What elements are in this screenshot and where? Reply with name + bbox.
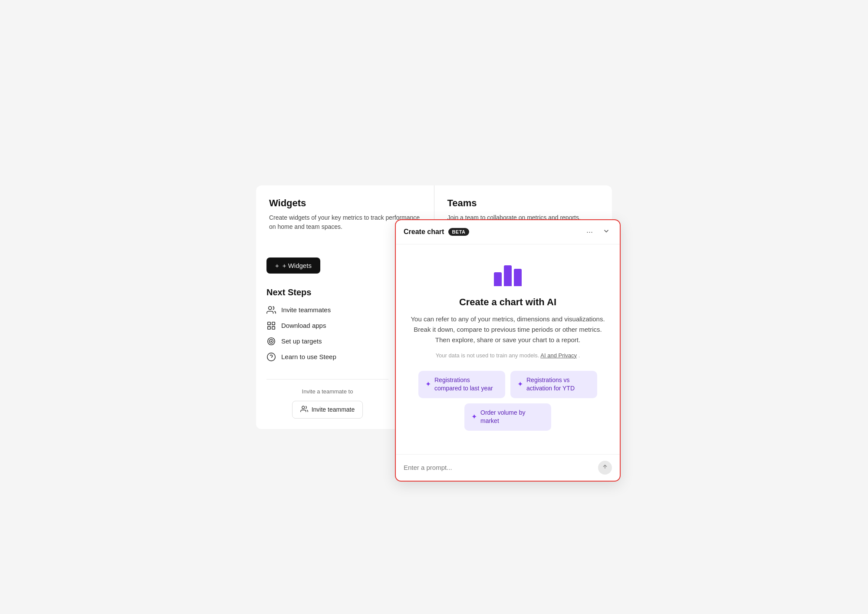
modal-title: Create chart: [404, 228, 444, 236]
svg-rect-2: [272, 322, 275, 324]
bar-right: [514, 269, 522, 286]
list-item-label: Download apps: [281, 322, 326, 329]
modal-body: Create a chart with AI You can refer to …: [396, 244, 620, 454]
invite-section: Invite a teammate to Invite teammate: [266, 379, 388, 419]
modal-header-left: Create chart BETA: [404, 228, 469, 236]
bottom-section: + + Widgets Next Steps: [256, 245, 612, 429]
svg-rect-1: [268, 322, 270, 324]
ellipsis-icon: ···: [586, 228, 593, 237]
chip-3[interactable]: ✦ Order volume by market: [464, 403, 551, 431]
plus-icon: +: [275, 262, 279, 269]
svg-point-10: [302, 406, 304, 409]
list-item-label: Learn to use Steep: [281, 353, 336, 360]
list-item[interactable]: Download apps: [266, 321, 388, 330]
modal-header-right: ···: [585, 226, 612, 238]
more-options-button[interactable]: ···: [585, 227, 595, 238]
svg-rect-4: [272, 326, 275, 329]
widgets-card-title: Widgets: [269, 198, 421, 209]
svg-point-8: [267, 353, 275, 360]
next-steps-title: Next Steps: [266, 287, 388, 297]
list-item[interactable]: Invite teammates: [266, 305, 388, 315]
svg-point-0: [269, 306, 272, 309]
next-steps-section: Next Steps Invite teammates: [266, 287, 388, 362]
people-icon: [266, 305, 276, 315]
privacy-note: Your data is not used to train any model…: [409, 352, 607, 359]
prompt-input-row: [396, 454, 620, 481]
beta-badge: BETA: [448, 228, 469, 236]
create-chart-modal: Create chart BETA ···: [395, 219, 621, 482]
prompt-input[interactable]: [404, 464, 594, 471]
chip-1[interactable]: ✦ Registrations compared to last year: [418, 371, 505, 398]
chevron-down-icon: [602, 227, 610, 237]
ai-chart-description: You can refer to any of your metrics, di…: [409, 314, 607, 345]
right-panel: Create chart BETA ···: [399, 245, 612, 429]
svg-point-6: [269, 339, 273, 343]
chip-label: Registrations vs activation for YTD: [526, 376, 590, 393]
list-item[interactable]: Set up targets: [266, 337, 388, 346]
next-steps-list: Invite teammates Download apps: [266, 305, 388, 362]
svg-point-7: [271, 341, 272, 342]
chart-bars-icon: [494, 262, 522, 286]
arrow-up-icon: [602, 464, 608, 471]
help-icon: [266, 352, 276, 362]
svg-point-5: [268, 337, 275, 345]
chart-icon-container: [409, 262, 607, 288]
target-icon: [266, 337, 276, 346]
suggestion-chips: ✦ Registrations compared to last year ✦ …: [409, 371, 607, 431]
page-container: Widgets Create widgets of your key metri…: [256, 185, 612, 429]
invite-description: Invite a teammate to: [266, 388, 388, 395]
list-item[interactable]: Learn to use Steep: [266, 352, 388, 362]
list-item-label: Set up targets: [281, 337, 322, 345]
modal-header: Create chart BETA ···: [396, 220, 620, 244]
grid-icon: [266, 321, 276, 330]
invite-teammate-button[interactable]: Invite teammate: [292, 401, 363, 419]
chip-2[interactable]: ✦ Registrations vs activation for YTD: [510, 371, 597, 398]
spark-icon: ✦: [517, 380, 523, 389]
bar-middle: [504, 265, 512, 286]
add-widgets-button[interactable]: + + Widgets: [266, 257, 320, 274]
ai-chart-title: Create a chart with AI: [409, 297, 607, 308]
spark-icon: ✦: [425, 380, 431, 389]
privacy-link[interactable]: AI and Privacy: [540, 352, 577, 359]
list-item-label: Invite teammates: [281, 306, 331, 314]
bar-left: [494, 272, 502, 286]
svg-rect-3: [268, 326, 270, 329]
collapse-button[interactable]: [601, 226, 612, 238]
teams-card-title: Teams: [447, 198, 599, 209]
chip-label: Order volume by market: [480, 409, 544, 426]
left-panel: + + Widgets Next Steps: [256, 245, 399, 429]
spark-icon: ✦: [471, 412, 477, 422]
send-button[interactable]: [598, 461, 612, 475]
chip-label: Registrations compared to last year: [434, 376, 498, 393]
people-icon-small: [300, 405, 308, 414]
invite-button-label: Invite teammate: [312, 406, 355, 413]
